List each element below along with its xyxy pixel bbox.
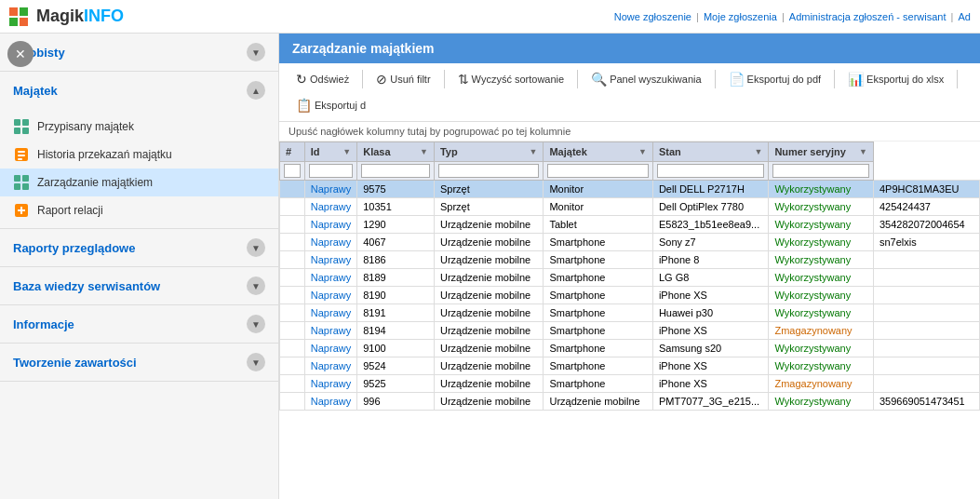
cell-link: Naprawy <box>304 340 356 357</box>
naprawy-link[interactable]: Naprawy <box>311 307 351 318</box>
sidebar-item-przypisany-majatek[interactable]: Przypisany majątek <box>0 113 278 141</box>
naprawy-link[interactable]: Naprawy <box>311 272 351 283</box>
naprawy-link[interactable]: Naprawy <box>311 290 351 301</box>
remove-filter-button[interactable]: ⊘ Usuń filtr <box>369 69 437 89</box>
clear-sort-button[interactable]: ⇅ Wyczyść sortowanie <box>450 69 572 89</box>
col-header-stan[interactable]: Stan ▼ <box>652 142 768 162</box>
filter-klasa[interactable] <box>357 162 435 181</box>
export-pdf-button[interactable]: 📄 Eksportuj do pdf <box>721 69 829 89</box>
sidebar-section-header-informacje[interactable]: Informacje ▼ <box>0 305 278 343</box>
cell-typ: Smartphone <box>544 340 652 357</box>
main-title: Zarządzanie majątkiem <box>279 34 980 63</box>
table-row: Naprawy8191Urządzenie mobilneSmartphoneH… <box>280 304 980 322</box>
sidebar-section-header-majatek[interactable]: Majątek ▲ <box>0 72 278 109</box>
cell-numer <box>873 304 979 322</box>
sidebar-item-zarzadzanie[interactable]: Zarządzanie majątkiem <box>0 169 278 196</box>
search-panel-button[interactable]: 🔍 Panel wyszukiwania <box>584 69 708 89</box>
col-header-typ[interactable]: Typ ▼ <box>434 142 543 162</box>
history-icon <box>13 146 30 163</box>
nav-ad[interactable]: Ad <box>959 11 971 22</box>
cell-stan: Wykorzystywany <box>769 287 874 304</box>
filter-input-majatek[interactable] <box>547 164 648 178</box>
naprawy-link[interactable]: Naprawy <box>311 254 351 265</box>
logo-suffix: INFO <box>84 7 124 25</box>
cell-num <box>280 198 305 216</box>
svg-rect-0 <box>9 7 18 16</box>
cell-numer <box>873 287 979 304</box>
table-row: Naprawy8190Urządzenie mobilneSmartphonei… <box>280 287 980 304</box>
cell-link: Naprawy <box>304 216 356 234</box>
col-header-hash[interactable]: # <box>280 142 305 162</box>
cell-stan: Wykorzystywany <box>769 304 874 322</box>
filter-hash[interactable] <box>280 162 305 181</box>
cell-majatek: Dell DELL P2717H <box>652 181 768 198</box>
naprawy-link[interactable]: Naprawy <box>311 201 351 212</box>
export-xlsx-button[interactable]: 📊 Eksportuj do xlsx <box>840 69 951 89</box>
cell-typ: Urządzenie mobilne <box>544 393 652 411</box>
filter-input-klasa[interactable] <box>361 164 430 178</box>
cell-num <box>280 304 305 322</box>
cell-link: Naprawy <box>304 393 356 411</box>
sidebar-section-header-baza[interactable]: Baza wiedzy serwisantów ▼ <box>0 267 278 304</box>
filter-majatek[interactable] <box>544 162 652 181</box>
cell-num <box>280 357 305 375</box>
export-d-button[interactable]: 📋 Eksportuj d <box>289 95 373 115</box>
cell-id: 8191 <box>357 304 435 322</box>
col-header-majatek[interactable]: Majątek ▼ <box>544 142 652 162</box>
sidebar-item-label: Raport relacji <box>37 204 103 217</box>
cell-typ: Smartphone <box>544 251 652 269</box>
svg-rect-12 <box>14 175 20 182</box>
separator <box>834 70 835 88</box>
naprawy-link[interactable]: Naprawy <box>311 236 351 248</box>
nav-new-ticket[interactable]: Nowe zgłoszenie <box>614 11 691 22</box>
col-header-id[interactable]: Id ▼ <box>304 142 356 162</box>
naprawy-link[interactable]: Naprawy <box>311 219 351 230</box>
naprawy-link[interactable]: Naprawy <box>311 360 351 371</box>
separator <box>957 70 958 88</box>
cell-klasa: Urządzenie mobilne <box>434 393 543 411</box>
col-header-numer[interactable]: Numer seryjny ▼ <box>769 142 874 162</box>
cell-majatek: iPhone XS <box>652 322 768 340</box>
sidebar-section-header-raporty[interactable]: Raporty przeglądowe ▼ <box>0 229 278 266</box>
naprawy-link[interactable]: Naprawy <box>311 183 351 195</box>
cell-majatek: Samsung s20 <box>652 340 768 357</box>
cell-stan: Wykorzystywany <box>769 198 874 216</box>
nav-my-tickets[interactable]: Moje zgłoszenia <box>704 11 777 22</box>
filter-input-typ[interactable] <box>438 164 539 178</box>
sort-icon: ▼ <box>859 147 867 156</box>
filter-input-hash[interactable] <box>284 164 301 178</box>
filter-input-id[interactable] <box>309 164 353 178</box>
sidebar-item-label: Zarządzanie majątkiem <box>37 176 153 189</box>
table-container[interactable]: # Id ▼ Klasa ▼ <box>279 142 980 499</box>
filter-id[interactable] <box>304 162 356 181</box>
filter-input-numer[interactable] <box>772 164 869 178</box>
sidebar-item-historia[interactable]: Historia przekazań majątku <box>0 141 278 169</box>
cell-majatek: iPhone XS <box>652 357 768 375</box>
naprawy-link[interactable]: Naprawy <box>311 396 351 407</box>
col-header-klasa[interactable]: Klasa ▼ <box>357 142 435 162</box>
svg-rect-2 <box>9 18 18 26</box>
sidebar-section-header-tworzenie[interactable]: Tworzenie zawartości ▼ <box>0 344 278 381</box>
table-row: Naprawy1290Urządzenie mobilneTabletE5823… <box>280 216 980 234</box>
close-button[interactable]: ✕ <box>7 41 34 67</box>
refresh-icon: ↻ <box>296 72 307 87</box>
sidebar-section-header-osobisty[interactable]: Osobisty ▼ <box>0 34 278 71</box>
nav-admin-tickets[interactable]: Administracja zgłoszeń - serwisant <box>789 11 946 22</box>
top-nav: MagikINFO Nowe zgłoszenie | Moje zgłosze… <box>0 0 980 34</box>
naprawy-link[interactable]: Naprawy <box>311 343 351 354</box>
cell-link: Naprawy <box>304 251 356 269</box>
cell-stan: Zmagazynowany <box>769 322 874 340</box>
filter-typ[interactable] <box>434 162 543 181</box>
cell-num <box>280 340 305 357</box>
refresh-button[interactable]: ↻ Odśwież <box>289 69 356 89</box>
naprawy-link[interactable]: Naprawy <box>311 325 351 336</box>
sidebar-item-raport[interactable]: Raport relacji <box>0 196 278 224</box>
cell-klasa: Urządzenie mobilne <box>434 234 543 251</box>
filter-stan[interactable] <box>652 162 768 181</box>
cell-klasa: Sprzęt <box>434 181 543 198</box>
table-row: Naprawy9575SprzętMonitorDell DELL P2717H… <box>280 181 980 198</box>
filter-numer[interactable] <box>769 162 874 181</box>
naprawy-link[interactable]: Naprawy <box>311 378 351 389</box>
filter-input-stan[interactable] <box>657 164 764 178</box>
pdf-icon: 📄 <box>729 72 745 87</box>
